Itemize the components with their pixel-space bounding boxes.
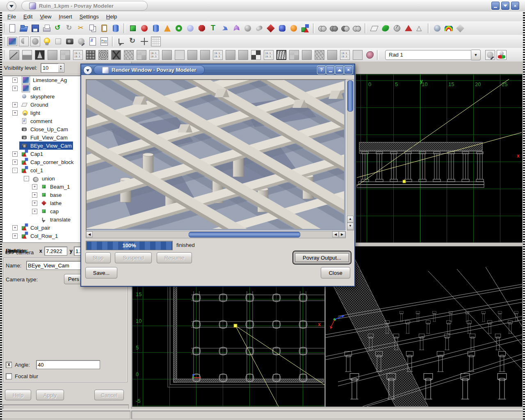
toolbar-button[interactable] <box>87 23 98 34</box>
quilted2-pattern-icon[interactable] <box>289 50 299 60</box>
toolbar-button[interactable] <box>41 23 52 34</box>
combo-dropdown-button[interactable]: ▼ <box>471 50 481 60</box>
stop-button[interactable]: Stop <box>85 252 111 263</box>
toolbar-button[interactable] <box>300 23 310 34</box>
scroll-left-icon[interactable]: ◀ <box>86 231 93 237</box>
toolbar-button[interactable] <box>53 23 64 34</box>
toolbar-button[interactable] <box>352 23 362 34</box>
scroll-down-icon[interactable]: ▼ <box>347 223 354 230</box>
close-button[interactable]: × <box>511 2 519 10</box>
toolbar-button[interactable] <box>455 23 466 34</box>
tree-expander[interactable]: + <box>32 192 37 198</box>
toolbar-button[interactable] <box>18 23 29 34</box>
toolbar-button[interactable] <box>7 23 18 34</box>
toolbar-button[interactable] <box>485 50 495 60</box>
blob-pattern-icon[interactable] <box>365 50 374 59</box>
toolbar-button[interactable] <box>76 23 87 34</box>
toolbar-button[interactable] <box>18 36 29 47</box>
bozo-pattern-icon[interactable] <box>48 50 57 60</box>
marble-pattern-icon[interactable] <box>226 50 235 60</box>
horizontal-scrollbar-thumb[interactable] <box>189 232 300 237</box>
povray-output-button[interactable]: Povray Output... <box>294 252 350 263</box>
tree-expander[interactable]: + <box>32 184 37 189</box>
tree-expander[interactable]: - <box>12 168 18 173</box>
toolbar-button[interactable] <box>116 36 127 47</box>
menu-item[interactable]: File <box>4 12 19 21</box>
wrinkles-pattern-icon[interactable] <box>238 50 248 60</box>
toolbar-button[interactable] <box>76 36 87 47</box>
scroll-right-icon[interactable]: ▶ <box>339 231 345 237</box>
toolbar-button[interactable] <box>242 23 253 34</box>
toolbar-button[interactable] <box>185 23 196 34</box>
main-titlebar[interactable]: Ruin_1.kpm - Povray Modeler × <box>0 0 525 12</box>
color-map-icon[interactable] <box>73 50 83 60</box>
toolbar-button[interactable] <box>265 23 276 34</box>
tree-expander[interactable]: + <box>12 86 18 91</box>
toolbar-button[interactable] <box>173 23 184 34</box>
spin-up-icon[interactable]: ▲ <box>59 65 62 68</box>
normal-map-icon[interactable] <box>264 50 274 60</box>
toolbar-button[interactable] <box>41 36 52 47</box>
toolbar-button[interactable] <box>432 23 443 34</box>
toolbar-button[interactable] <box>64 36 75 47</box>
toolbar-button[interactable] <box>30 36 41 47</box>
wood-pattern-icon[interactable] <box>162 50 172 60</box>
radiosity-combo-value[interactable]: Rad 1 <box>385 50 471 60</box>
focal-blur-checkbox[interactable] <box>6 373 12 379</box>
scroll-up-icon[interactable]: ▲ <box>347 216 354 223</box>
menu-item[interactable]: Edit <box>20 12 36 21</box>
top-view-canvas[interactable]: 151050-5 <box>132 286 325 407</box>
toolbar-button[interactable] <box>99 23 110 34</box>
granite-pattern-icon[interactable] <box>187 50 197 60</box>
leopard-pattern-icon[interactable] <box>86 50 96 60</box>
menu-item[interactable]: Help <box>103 12 121 21</box>
minimize-button[interactable] <box>491 2 500 10</box>
tree-expander[interactable]: + <box>12 160 18 165</box>
toolbar-button[interactable] <box>277 23 288 34</box>
front-view-canvas[interactable]: 0510152025 y x <box>356 74 523 243</box>
toolbar-button[interactable] <box>139 23 150 34</box>
tree-expander[interactable]: + <box>12 102 18 107</box>
spotlight-pattern-icon[interactable] <box>35 50 45 60</box>
toolbar-button[interactable] <box>7 36 18 47</box>
toolbar-button[interactable] <box>30 23 41 34</box>
slope-map-icon[interactable] <box>9 50 19 60</box>
toolbar-button[interactable] <box>403 23 414 34</box>
tree-expander[interactable]: + <box>12 151 18 157</box>
toolbar-button[interactable] <box>208 23 219 34</box>
crackle2-pattern-icon[interactable] <box>315 50 324 60</box>
tree-expander[interactable]: - <box>24 176 29 181</box>
menu-item[interactable]: Insert <box>55 12 75 21</box>
apply-button[interactable]: Apply <box>36 390 64 400</box>
slope-map2-icon[interactable] <box>302 50 312 60</box>
dialog-window-menu-button[interactable] <box>83 66 92 75</box>
tree-expander[interactable]: + <box>12 78 18 83</box>
texture-map-icon[interactable] <box>213 50 223 60</box>
close-dialog-button[interactable]: Close <box>321 267 350 278</box>
toolbar-button[interactable] <box>317 23 328 34</box>
vector-x-input[interactable] <box>44 247 67 256</box>
toolbar-button[interactable] <box>254 23 265 34</box>
toolbar-handle[interactable] <box>2 23 5 33</box>
toolbar-handle[interactable] <box>2 50 5 59</box>
toolbar-button[interactable] <box>231 23 242 34</box>
toolbar-button[interactable] <box>196 23 207 34</box>
menu-item[interactable]: Settings <box>76 12 102 21</box>
tree-expander[interactable]: + <box>32 209 37 214</box>
tree-expander[interactable]: + <box>12 225 18 231</box>
gradient-pattern-icon[interactable] <box>22 50 32 60</box>
pigment-map-icon[interactable] <box>149 50 159 60</box>
onion-pattern-icon[interactable] <box>98 50 108 60</box>
suspend-button[interactable]: Suspend <box>115 252 152 263</box>
quilted-pattern-icon[interactable] <box>137 50 146 60</box>
toolbar-button[interactable] <box>151 23 161 34</box>
toolbar-button[interactable] <box>110 23 121 34</box>
dialog-shade-button[interactable] <box>336 66 343 74</box>
menu-item[interactable]: View <box>37 12 55 21</box>
angle-input[interactable] <box>36 360 100 369</box>
toolbar-button[interactable] <box>443 23 454 34</box>
dialog-close-button[interactable]: × <box>345 66 352 74</box>
average-pattern-icon[interactable] <box>327 50 337 60</box>
toolbar-button[interactable] <box>369 23 379 34</box>
toolbar-button[interactable] <box>288 23 299 34</box>
